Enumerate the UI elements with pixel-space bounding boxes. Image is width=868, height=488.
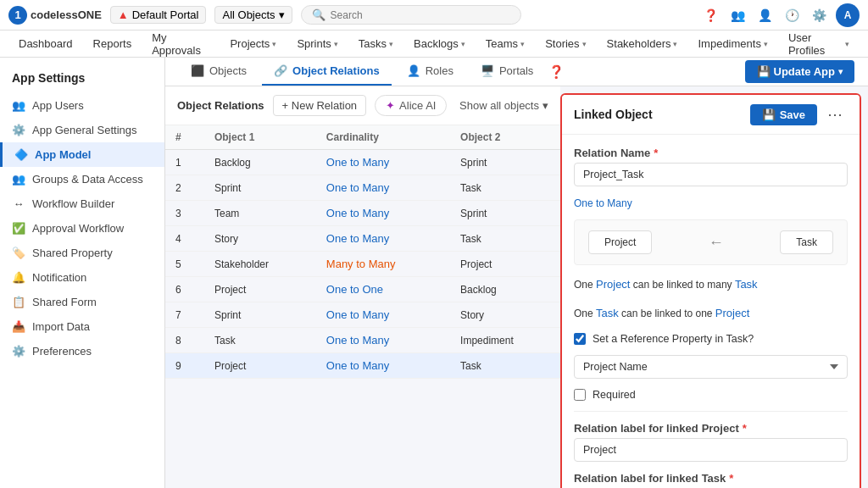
sidebar-item-app-general[interactable]: ⚙️ App General Settings [0,118,164,142]
chevron-down-icon: ▾ [272,40,276,48]
nav-projects[interactable]: Projects▾ [221,32,285,55]
history-icon[interactable]: 🕐 [782,5,802,25]
cell-cardinality[interactable]: Many to Many [316,252,450,277]
nav-teams-label: Teams [486,37,518,50]
cardinality-link[interactable]: One to Many [326,232,389,245]
cardinality-link[interactable]: One to Many [326,181,389,194]
cell-obj1: Team [204,201,316,226]
sidebar-item-approval[interactable]: ✅ Approval Workflow [0,216,164,241]
desc2-obj2: Task [596,307,619,319]
cell-cardinality[interactable]: One to Many [316,328,450,353]
cell-cardinality[interactable]: One to Many [316,226,450,252]
cardinality-link[interactable]: One to Many [574,197,632,209]
person-icon[interactable]: 👤 [754,5,775,25]
nav-reports[interactable]: Reports [85,32,141,55]
alice-ai-button[interactable]: ✦ Alice AI [375,95,447,116]
tab-portals-label: Portals [499,64,533,77]
portal-button[interactable]: ▲ Default Portal [110,6,207,24]
cell-cardinality[interactable]: One to One [316,277,450,302]
desc2-obj1: Project [715,307,749,319]
sidebar-item-import-data[interactable]: 📥 Import Data [0,314,164,339]
sidebar-item-groups[interactable]: 👥 Groups & Data Access [0,167,164,191]
show-all-objects[interactable]: Show all objects ▾ [459,99,548,112]
cell-cardinality[interactable]: One to Many [316,175,450,201]
sidebar-item-preferences[interactable]: ⚙️ Preferences [0,339,164,363]
cardinality-link[interactable]: One to Many [326,207,389,219]
required-checkbox[interactable] [574,389,586,401]
nav-stakeholders-label: Stakeholders [607,37,671,50]
nav-dashboard[interactable]: Dashboard [10,32,81,55]
cell-cardinality[interactable]: One to Many [316,201,450,226]
nav-backlogs[interactable]: Backlogs▾ [405,32,474,55]
update-dropdown-chevron: ▾ [838,67,843,76]
sidebar-item-shared-form[interactable]: 📋 Shared Form [0,290,164,314]
relation-label-project-input[interactable] [574,438,848,462]
cardinality-link[interactable]: One to Many [326,334,389,347]
table-row[interactable]: 4StoryOne to ManyTask [165,226,560,252]
table-scroll[interactable]: # Object 1 Cardinality Object 2 1Backlog… [165,125,560,488]
search-bar[interactable]: 🔍 [301,5,521,25]
nav-myapprovals[interactable]: My Approvals [143,26,218,62]
sidebar-item-notification[interactable]: 🔔 Notification [0,265,164,290]
table-row[interactable]: 6ProjectOne to OneBacklog [165,277,560,302]
table-row[interactable]: 9ProjectOne to ManyTask [165,353,560,379]
sidebar-item-app-model[interactable]: 🔷 App Model [0,142,164,167]
all-objects-button[interactable]: All Objects ▾ [214,6,292,24]
help-icon[interactable]: ❓ [700,5,721,25]
col-num: # [165,125,204,150]
cardinality-link[interactable]: One to One [326,283,383,296]
sidebar-label-groups: Groups & Data Access [32,173,143,186]
tab-help-icon[interactable]: ❓ [548,64,565,80]
tab-portals[interactable]: 🖥️ Portals [469,58,545,86]
table-row[interactable]: 5StakeholderMany to ManyProject [165,252,560,277]
second-nav: Dashboard Reports My Approvals Projects▾… [0,30,868,58]
settings-icon[interactable]: ⚙️ [809,5,829,25]
nav-sprints[interactable]: Sprints▾ [288,32,346,55]
roles-icon: 👤 [407,64,420,77]
save-button[interactable]: 💾 Save [750,104,817,125]
nav-backlogs-label: Backlogs [414,37,459,50]
update-app-button[interactable]: 💾 Update App ▾ [745,60,854,83]
table-row[interactable]: 2SprintOne to ManyTask [165,175,560,201]
set-reference-checkbox[interactable] [574,333,586,345]
new-relation-button[interactable]: + New Relation [273,95,367,116]
nav-tasks[interactable]: Tasks▾ [350,32,402,55]
nav-teams[interactable]: Teams▾ [477,32,533,55]
tab-object-relations[interactable]: 🔗 Object Relations [262,58,392,86]
nav-tasks-label: Tasks [359,37,387,50]
nav-stories[interactable]: Stories▾ [537,32,594,55]
cardinality-link[interactable]: One to Many [326,156,389,169]
required-star-2: * [743,422,747,435]
sidebar-label-app-users: App Users [32,99,84,112]
cardinality-link[interactable]: One to Many [326,308,389,321]
cardinality-link[interactable]: One to Many [326,359,389,372]
table-row[interactable]: 8TaskOne to ManyImpediment [165,328,560,353]
table-row[interactable]: 1BacklogOne to ManySprint [165,150,560,175]
search-input[interactable] [331,9,510,21]
cardinality-link[interactable]: Many to Many [326,258,396,270]
table-row[interactable]: 7SprintOne to ManyStory [165,302,560,328]
cell-cardinality[interactable]: One to Many [316,302,450,328]
nav-stakeholders[interactable]: Stakeholders▾ [598,32,687,55]
relation-name-input[interactable] [574,163,848,186]
users-icon[interactable]: 👥 [727,5,748,25]
cell-cardinality[interactable]: One to Many [316,150,450,175]
nav-userprofiles[interactable]: User Profiles▾ [780,26,858,62]
avatar[interactable]: A [836,3,860,27]
nav-reports-label: Reports [93,37,132,50]
chevron-down-icon: ▾ [389,40,393,48]
sidebar-item-shared-property[interactable]: 🏷️ Shared Property [0,241,164,265]
sidebar-item-workflow-builder[interactable]: ↔️ Workflow Builder [0,191,164,216]
more-options-button[interactable]: ⋯ [822,103,848,125]
table-row[interactable]: 3TeamOne to ManySprint [165,201,560,226]
bell-icon: 🔔 [12,271,25,284]
cell-cardinality[interactable]: One to Many [316,353,450,379]
sidebar-title: App Settings [0,68,164,93]
tab-roles[interactable]: 👤 Roles [395,58,465,86]
sidebar-item-app-users[interactable]: 👥 App Users [0,93,164,118]
set-reference-checkbox-row: Set a Reference Property in Task? [574,333,848,345]
nav-impediments[interactable]: Impediments▾ [689,32,776,55]
cell-obj1: Sprint [204,175,316,201]
reference-property-select[interactable]: Project Name [574,355,848,379]
tab-objects[interactable]: ⬛ Objects [179,58,259,86]
